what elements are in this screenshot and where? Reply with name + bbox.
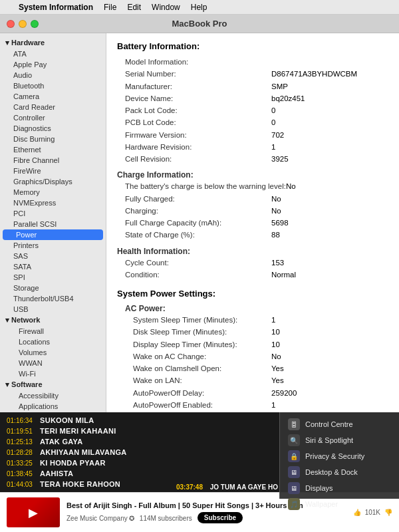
info-label: Cell Revision: <box>125 154 271 165</box>
sidebar-item-wwan[interactable]: WWAN <box>0 358 106 368</box>
sys-pref-label: Wallpaper <box>305 500 338 508</box>
sidebar-item-storage[interactable]: Storage <box>0 283 106 293</box>
info-row: Device Name: bq20z451 <box>117 93 388 104</box>
info-row: Firmware Version: 702 <box>117 130 388 141</box>
sys-pref-label: Siri & Spotlight <box>305 436 353 444</box>
sidebar-item-firewall[interactable]: Firewall <box>0 326 106 336</box>
info-row: System Sleep Timer (Minutes): 1 <box>117 315 388 326</box>
subscribe-button[interactable]: Subscribe <box>198 512 243 523</box>
sidebar-item-audio[interactable]: Audio <box>0 70 106 80</box>
sys-pref-item[interactable]: 🔍 Siri & Spotlight <box>285 432 394 448</box>
system-power-title: System Power Settings: <box>117 289 388 299</box>
music-time: 01:44:03 <box>7 481 40 488</box>
info-value: 88 <box>271 229 280 241</box>
info-value: Normal <box>271 269 296 281</box>
sidebar-item-camera[interactable]: Camera <box>0 91 106 102</box>
sys-pref-item[interactable]: 🎛 Control Centre <box>285 416 394 432</box>
music-time: 01:28:28 <box>7 449 40 456</box>
info-value: 153 <box>271 257 284 269</box>
displays-icon: 🖥 <box>288 482 300 494</box>
info-value: bq20z451 <box>271 93 305 104</box>
sidebar-item-memory[interactable]: Memory <box>0 187 106 198</box>
sidebar-item-diagnostics[interactable]: Diagnostics <box>0 123 106 134</box>
info-row: Condition: Normal <box>117 269 388 281</box>
info-value: D867471A3BYHDWCBM <box>271 68 357 80</box>
info-row: Disk Sleep Timer (Minutes): 10 <box>117 327 388 338</box>
sidebar-item-graphics[interactable]: Graphics/Displays <box>0 176 106 187</box>
close-button[interactable] <box>7 20 15 28</box>
edit-menu[interactable]: Edit <box>127 3 141 12</box>
menubar: System Information File Edit Window Help <box>0 0 399 15</box>
info-row: Cell Revision: 3925 <box>117 154 388 165</box>
info-label: Disk Sleep Timer (Minutes): <box>125 327 271 338</box>
sidebar-item-locations[interactable]: Locations <box>0 336 106 347</box>
sidebar-item-accessibility[interactable]: Accessibility <box>0 390 106 401</box>
youtube-thumbnail[interactable]: ▶ <box>7 497 60 527</box>
info-row: Cycle Count: 153 <box>117 257 388 269</box>
info-row: Wake on Clamshell Open: Yes <box>117 363 388 374</box>
info-row: Display Sleep Timer (Minutes): 10 <box>117 339 388 350</box>
info-label: The battery's charge is below the warnin… <box>125 181 286 192</box>
sidebar-item-firewire[interactable]: FireWire <box>0 166 106 176</box>
sidebar-item-pci[interactable]: PCI <box>0 208 106 219</box>
sys-pref-item[interactable]: 🖥 Desktop & Dock <box>285 464 394 480</box>
current-song: JO TUM AA GAYE HO <box>210 483 278 491</box>
sys-pref-item[interactable]: 🔒 Privacy & Security <box>285 448 394 464</box>
sidebar-item-applications[interactable]: Applications <box>0 401 106 412</box>
youtube-channel-info: Zee Music Company ✪ 114M subscribers <box>66 513 192 523</box>
sidebar-item-printers[interactable]: Printers <box>0 240 106 251</box>
bottom-overlay: 01:16:34 SUKOON MILA 01:19:51 TERI MERI … <box>0 412 399 532</box>
sidebar-item-nvmexpress[interactable]: NVMExpress <box>0 198 106 208</box>
sidebar-item-bluetooth[interactable]: Bluetooth <box>0 80 106 91</box>
sidebar-item-discburning[interactable]: Disc Burning <box>0 134 106 144</box>
window-menu[interactable]: Window <box>152 3 180 12</box>
desktop-icon: 🖥 <box>288 466 300 478</box>
ac-power-title: AC Power: <box>117 304 388 313</box>
sidebar-item-parallelscsi[interactable]: Parallel SCSI <box>0 219 106 229</box>
info-label: Model Information: <box>125 57 271 68</box>
info-label: PCB Lot Code: <box>125 117 271 128</box>
sidebar-item-ethernet[interactable]: Ethernet <box>0 144 106 155</box>
sidebar-hardware-parent[interactable]: ▾ Hardware <box>0 37 106 49</box>
info-row: AutoPowerOff Enabled: 1 <box>117 400 388 411</box>
file-menu[interactable]: File <box>104 3 116 12</box>
sidebar-item-power[interactable]: Power <box>3 229 103 240</box>
info-row: Wake on AC Change: No <box>117 351 388 362</box>
info-label: Wake on Clamshell Open: <box>125 363 271 374</box>
sidebar-item-sata[interactable]: SATA <box>0 261 106 272</box>
info-value: 0 <box>271 105 275 116</box>
sidebar-item-sas[interactable]: SAS <box>0 251 106 261</box>
sidebar-item-controller[interactable]: Controller <box>0 112 106 123</box>
info-row: Fully Charged: No <box>117 194 388 205</box>
sidebar-network-parent[interactable]: ▾ Network <box>0 315 106 326</box>
privacy-icon: 🔒 <box>288 450 300 462</box>
sidebar-item-thunderbolt[interactable]: Thunderbolt/USB4 <box>0 293 106 304</box>
maximize-button[interactable] <box>31 20 39 28</box>
help-menu[interactable]: Help <box>191 3 207 12</box>
info-label: AutoPowerOff Enabled: <box>125 400 271 411</box>
sidebar-item-usb[interactable]: USB <box>0 304 106 315</box>
info-row: AutoPowerOff Delay: 259200 <box>117 388 388 399</box>
music-time: 01:19:51 <box>7 428 40 435</box>
info-label: Display Sleep Timer (Minutes): <box>125 339 271 350</box>
app-name[interactable]: System Information <box>19 3 93 12</box>
info-row: Pack Lot Code: 0 <box>117 105 388 116</box>
music-title: ATAK GAYA <box>40 438 82 446</box>
sidebar-item-applepay[interactable]: Apple Pay <box>0 59 106 70</box>
sidebar-item-volumes[interactable]: Volumes <box>0 347 106 358</box>
sys-pref-item[interactable]: 🖥 Displays <box>285 480 394 496</box>
sidebar-item-cardreader[interactable]: Card Reader <box>0 102 106 112</box>
info-label: Hardware Revision: <box>125 142 271 153</box>
sidebar-item-spi[interactable]: SPI <box>0 272 106 283</box>
sidebar-item-fibrechannel[interactable]: Fibre Channel <box>0 155 106 166</box>
minimize-button[interactable] <box>19 20 27 28</box>
sys-pref-label: Privacy & Security <box>305 452 364 460</box>
app-window: MacBook Pro ▾ Hardware ATA Apple Pay Aud… <box>0 15 399 412</box>
sidebar-item-ata[interactable]: ATA <box>0 49 106 59</box>
sys-pref-item[interactable]: 🎵 Wallpaper <box>285 496 394 512</box>
sidebar-software-parent[interactable]: ▾ Software <box>0 379 106 390</box>
sidebar-item-wifi[interactable]: Wi-Fi <box>0 368 106 379</box>
sys-pref-label: Desktop & Dock <box>305 468 358 476</box>
info-value: 259200 <box>271 388 297 399</box>
info-value: 1 <box>271 142 275 153</box>
